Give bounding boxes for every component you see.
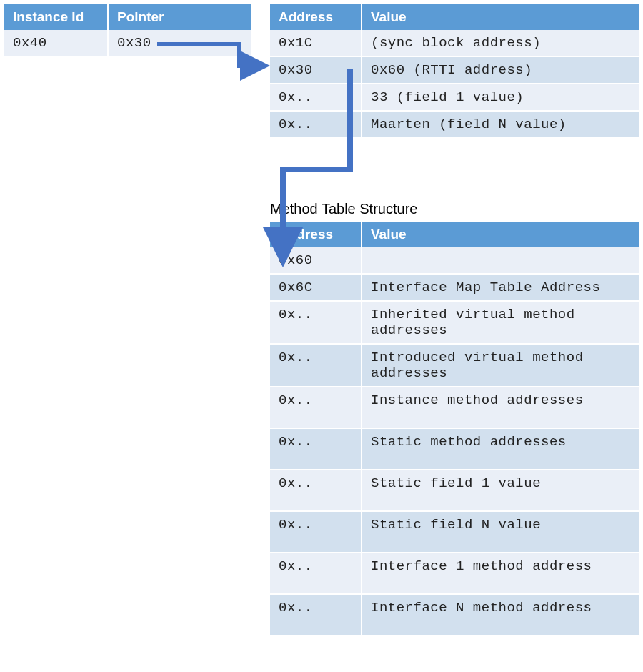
method-address-cell: 0x.. [270, 511, 362, 553]
method-value-cell: Interface N method address [362, 594, 639, 636]
table-row: 0x60 [270, 247, 639, 274]
heap-table-header-address: Address [270, 4, 362, 30]
heap-value-cell: (sync block address) [362, 30, 639, 56]
method-table-header-address: Address [270, 222, 362, 247]
table-row: 0x.. Static method addresses [270, 428, 639, 470]
method-address-cell: 0x.. [270, 428, 362, 470]
heap-value-cell: 33 (field 1 value) [362, 84, 639, 111]
heap-address-cell: 0x1C [270, 30, 362, 56]
method-address-cell: 0x.. [270, 594, 362, 636]
method-value-cell: Static field N value [362, 511, 639, 553]
method-address-cell: 0x.. [270, 301, 362, 344]
method-address-cell: 0x.. [270, 387, 362, 428]
table-row: 0x.. Maarten (field N value) [270, 111, 639, 138]
heap-table-header-value: Value [362, 4, 639, 30]
table-row: 0x40 0x30 [4, 30, 251, 56]
method-value-cell: Static method addresses [362, 428, 639, 470]
heap-table: Address Value 0x1C (sync block address) … [270, 4, 639, 139]
method-value-cell [362, 247, 639, 274]
heap-value-cell: 0x60 (RTTI address) [362, 56, 639, 84]
method-value-cell: Inherited virtual method addresses [362, 301, 639, 344]
method-address-cell: 0x.. [270, 344, 362, 387]
method-value-cell: Static field 1 value [362, 470, 639, 511]
instance-table-header-id: Instance Id [4, 4, 108, 30]
instance-pointer-cell: 0x30 [108, 30, 251, 56]
heap-address-cell: 0x.. [270, 111, 362, 138]
table-row: 0x.. Interface 1 method address [270, 553, 639, 594]
method-address-cell: 0x.. [270, 553, 362, 594]
method-table-header-value: Value [362, 222, 639, 247]
table-row: 0x.. 33 (field 1 value) [270, 84, 639, 111]
table-row: 0x.. Introduced virtual method addresses [270, 344, 639, 387]
table-row: 0x.. Static field N value [270, 511, 639, 553]
method-value-cell: Interface Map Table Address [362, 274, 639, 301]
method-value-cell: Introduced virtual method addresses [362, 344, 639, 387]
table-row: 0x.. Inherited virtual method addresses [270, 301, 639, 344]
method-address-cell: 0x6C [270, 274, 362, 301]
heap-address-cell: 0x.. [270, 84, 362, 111]
table-row: 0x6C Interface Map Table Address [270, 274, 639, 301]
table-row: 0x30 0x60 (RTTI address) [270, 56, 639, 84]
heap-address-cell: 0x30 [270, 56, 362, 84]
method-table-title: Method Table Structure [270, 201, 417, 217]
heap-value-cell: Maarten (field N value) [362, 111, 639, 138]
method-address-cell: 0x.. [270, 470, 362, 511]
table-row: 0x.. Static field 1 value [270, 470, 639, 511]
method-address-cell: 0x60 [270, 247, 362, 274]
method-value-cell: Interface 1 method address [362, 553, 639, 594]
instance-id-cell: 0x40 [4, 30, 108, 56]
instance-table-header-pointer: Pointer [108, 4, 251, 30]
instance-table: Instance Id Pointer 0x40 0x30 [4, 4, 251, 57]
diagram-canvas: Instance Id Pointer 0x40 0x30 Address Va… [0, 0, 643, 672]
table-row: 0x1C (sync block address) [270, 30, 639, 56]
table-row: 0x.. Instance method addresses [270, 387, 639, 428]
table-row: 0x.. Interface N method address [270, 594, 639, 636]
method-table: Address Value 0x60 0x6C Interface Map Ta… [270, 222, 639, 636]
method-value-cell: Instance method addresses [362, 387, 639, 428]
